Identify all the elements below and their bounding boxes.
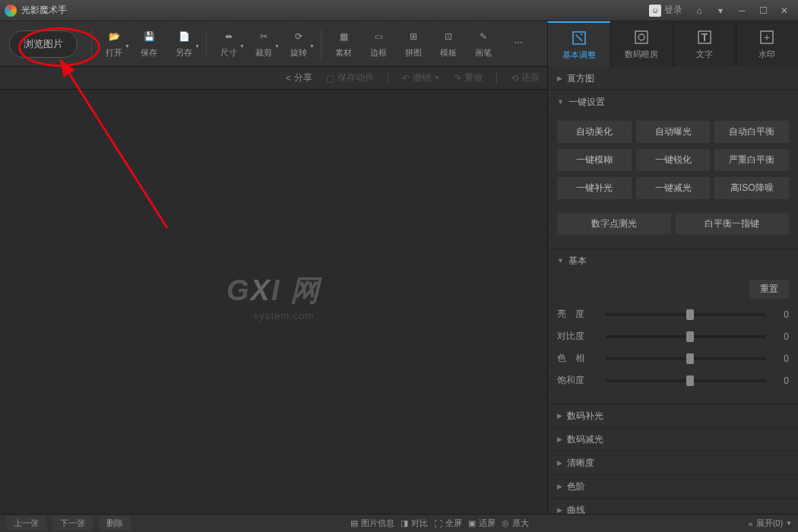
reset-button[interactable]: 重置 — [749, 280, 789, 299]
toolbar-裁剪[interactable]: ✂裁剪▼ — [246, 29, 281, 59]
slider-track[interactable] — [606, 313, 766, 316]
toolbar-icon: ▭ — [371, 29, 386, 44]
toolbar-icon: ✂ — [256, 29, 271, 44]
chevron-down-icon: ▼ — [557, 257, 564, 264]
section-oneclick[interactable]: ▼一键设置 — [548, 90, 798, 113]
toolbar-边框[interactable]: ▭边框 — [361, 29, 396, 59]
slider-thumb[interactable] — [686, 375, 694, 386]
image-info-button[interactable]: ▤图片信息 — [350, 518, 394, 529]
close-button[interactable]: ✕ — [775, 4, 793, 17]
preset-一键减光[interactable]: 一键减光 — [636, 177, 711, 199]
login-button[interactable]: ☺ 登录 — [644, 2, 687, 18]
toolbar-画笔[interactable]: ✎画笔 — [466, 29, 501, 59]
section-数码补光[interactable]: ▶数码补光 — [548, 404, 798, 427]
original-size-button[interactable]: ◎原大 — [502, 518, 529, 529]
tab-基本调整[interactable]: 基本调整 — [547, 21, 610, 67]
fullscreen-icon: ⛶ — [434, 519, 442, 528]
redo-button: ↷重做 — [454, 71, 483, 84]
toolbar-素材[interactable]: ▦素材 — [326, 29, 361, 59]
compare-icon: ◨ — [401, 518, 408, 528]
tab-数码暗房[interactable]: 数码暗房 — [610, 21, 673, 67]
info-icon: ▤ — [350, 518, 358, 528]
section-数码减光[interactable]: ▶数码减光 — [548, 428, 798, 451]
slider-thumb[interactable] — [686, 353, 694, 364]
next-button[interactable]: 下一张 — [52, 516, 93, 530]
preset-高ISO降噪[interactable]: 高ISO降噪 — [714, 177, 789, 199]
prev-button[interactable]: 上一张 — [6, 516, 46, 530]
chevron-right-icon: ▶ — [557, 435, 562, 443]
toolbar-icon: ⊡ — [441, 29, 456, 44]
delete-button[interactable]: 删除 — [99, 516, 131, 530]
toolbar-icon: ⬌ — [221, 29, 236, 44]
slider-track[interactable] — [606, 357, 766, 360]
section-色阶[interactable]: ▶色阶 — [548, 475, 798, 498]
preset-自动美化[interactable]: 自动美化 — [557, 121, 632, 143]
app-title: 光影魔术手 — [21, 4, 644, 17]
minimize-button[interactable]: ─ — [733, 4, 751, 17]
compare-button[interactable]: ◨对比 — [401, 518, 428, 529]
toolbar-保存[interactable]: 💾保存 — [131, 29, 166, 59]
toolbar-打开[interactable]: 📂打开▼ — [97, 29, 131, 59]
tab-icon: + — [758, 29, 775, 46]
tab-文字[interactable]: T文字 — [673, 21, 736, 67]
sub-toolbar: <分享 ▢保存动作 ↶撤销▼ ↷重做 ⟲还原 — [0, 67, 547, 90]
slider-value: 0 — [774, 375, 789, 386]
section-histogram[interactable]: ▶直方图 — [548, 67, 798, 90]
fullscreen-button[interactable]: ⛶全屏 — [434, 518, 462, 529]
section-basic[interactable]: ▼基本 — [548, 249, 798, 272]
slider-饱和度: 饱和度0 — [557, 374, 789, 387]
tab-水印[interactable]: +水印 — [736, 21, 799, 67]
tab-icon: T — [696, 29, 713, 46]
slider-色相: 色 相0 — [557, 352, 789, 365]
slider-value: 0 — [774, 331, 789, 342]
maximize-button[interactable]: ☐ — [754, 4, 772, 17]
preset-一键模糊[interactable]: 一键模糊 — [557, 149, 632, 171]
share-button[interactable]: <分享 — [286, 71, 312, 84]
preset-自动曝光[interactable]: 自动曝光 — [636, 121, 711, 143]
preset-一键锐化[interactable]: 一键锐化 — [636, 149, 711, 171]
preset-白平衡一指键[interactable]: 白平衡一指键 — [676, 213, 790, 235]
svg-text:T: T — [701, 31, 708, 43]
more-icon: ⋯ — [511, 35, 526, 50]
slider-thumb[interactable] — [686, 331, 694, 342]
preset-数字点测光[interactable]: 数字点测光 — [557, 213, 671, 235]
preset-一键补光[interactable]: 一键补光 — [557, 177, 632, 199]
original-icon: ◎ — [502, 518, 509, 528]
toolbar-icon: ⟳ — [291, 29, 306, 44]
slider-value: 0 — [774, 353, 789, 364]
watermark: GXI 网 system.com — [226, 271, 321, 321]
fit-button[interactable]: ▣适屏 — [468, 518, 496, 529]
toolbar-icon: 💾 — [141, 29, 157, 44]
section-清晰度[interactable]: ▶清晰度 — [548, 451, 798, 474]
chevron-down-icon: ▼ — [274, 43, 280, 49]
slider-label: 色 相 — [557, 352, 598, 365]
toolbar-模板[interactable]: ⊡模板 — [431, 29, 466, 59]
app-logo-icon — [5, 5, 17, 17]
chevron-down-icon: ▼ — [195, 43, 200, 49]
avatar-icon: ☺ — [649, 5, 661, 17]
svg-point-2 — [638, 34, 644, 40]
slider-thumb[interactable] — [686, 309, 694, 320]
save-action-button: ▢保存动作 — [326, 71, 374, 84]
slider-label: 对比度 — [557, 330, 598, 343]
expand-icon: « — [749, 519, 753, 528]
toolbar-拼图[interactable]: ⊞拼图 — [396, 29, 431, 59]
toolbar-icon: ✎ — [476, 29, 491, 44]
expand-button[interactable]: «展开(0)▼ — [749, 518, 793, 529]
slider-track[interactable] — [606, 379, 766, 382]
preset-自动白平衡[interactable]: 自动白平衡 — [714, 121, 789, 143]
settings-icon[interactable]: ▾ — [711, 4, 730, 17]
section-曲线[interactable]: ▶曲线 — [548, 499, 798, 514]
chevron-right-icon: ▶ — [557, 459, 562, 467]
toolbar-旋转[interactable]: ⟳旋转▼ — [281, 29, 316, 59]
toolbar-另存[interactable]: 📄另存▼ — [166, 29, 201, 59]
preset-严重白平衡[interactable]: 严重白平衡 — [714, 149, 789, 171]
chevron-down-icon: ▼ — [786, 520, 792, 527]
slider-track[interactable] — [606, 335, 766, 338]
toolbar-尺寸[interactable]: ⬌尺寸▼ — [211, 29, 246, 59]
toolbar-more[interactable]: ⋯ — [501, 29, 536, 59]
browse-button[interactable]: 浏览图片 — [9, 30, 78, 58]
home-icon[interactable]: ⌂ — [690, 4, 708, 17]
chevron-right-icon: ▶ — [557, 412, 562, 420]
chevron-down-icon: ▼ — [309, 43, 315, 49]
